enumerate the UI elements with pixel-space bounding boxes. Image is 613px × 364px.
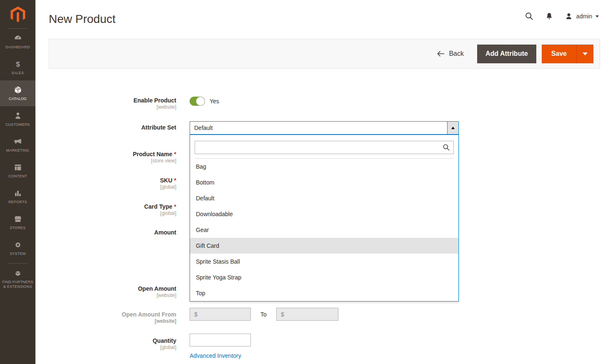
main-content: New Product admin Back — [35, 0, 613, 364]
dropdown-search-input[interactable] — [195, 141, 454, 154]
sidebar-item-stores[interactable]: STORES — [0, 209, 35, 235]
advanced-inventory-link[interactable]: Advanced Inventory — [190, 352, 241, 359]
sidebar-item-label: STORES — [10, 226, 25, 230]
sidebar-item-content[interactable]: CONTENT — [0, 158, 35, 184]
dropdown-option-gear[interactable]: Gear — [190, 222, 458, 238]
open-amount-from-label: Open Amount From [website] — [35, 311, 176, 324]
sidebar: DASHBOARD $ SALES CATALOG CUSTOMERS MARK… — [0, 0, 35, 364]
customers-icon — [13, 111, 23, 120]
sidebar-item-dashboard[interactable]: DASHBOARD — [0, 29, 35, 55]
sidebar-item-label: SYSTEM — [10, 252, 25, 256]
enable-product-toggle[interactable] — [190, 97, 205, 106]
required-asterisk: * — [174, 151, 176, 157]
open-amount-label: Open Amount [website] — [35, 285, 176, 299]
sidebar-item-label: CATALOG — [9, 97, 27, 101]
topbar-actions: admin — [525, 12, 599, 21]
dropdown-option-sprite-stasis-ball[interactable]: Sprite Stasis Ball — [190, 254, 458, 269]
page-actions-toolbar: Back Add Attribute Save — [49, 39, 600, 69]
enable-product-value: Yes — [210, 98, 219, 105]
sidebar-item-find-partners[interactable]: FIND PARTNERS & EXTENSIONS — [0, 266, 35, 292]
search-icon — [442, 143, 450, 153]
dropdown-option-sprite-yoga-strap[interactable]: Sprite Yoga Strap — [190, 269, 458, 285]
dropdown-option-bottom[interactable]: Bottom — [190, 175, 458, 190]
back-label: Back — [449, 50, 464, 57]
sidebar-divider — [8, 263, 28, 264]
content-icon — [13, 163, 23, 172]
sidebar-item-label: FIND PARTNERS & EXTENSIONS — [1, 280, 35, 289]
save-button[interactable]: Save — [542, 45, 576, 63]
attribute-set-select[interactable]: Default — [190, 121, 459, 135]
sidebar-item-label: CONTENT — [8, 174, 27, 179]
product-name-label: Product Name* [store view] — [35, 151, 176, 164]
marketing-icon — [13, 137, 23, 146]
reports-icon — [13, 189, 23, 198]
chevron-down-icon — [595, 15, 599, 17]
back-button[interactable]: Back — [437, 50, 464, 57]
system-icon — [13, 240, 23, 249]
sales-icon: $ — [13, 60, 23, 69]
open-amount-from-input — [190, 308, 251, 321]
attribute-set-value: Default — [190, 122, 458, 134]
chevron-up-icon — [451, 127, 455, 129]
enable-product-label: Enable Product [website] — [35, 97, 176, 110]
admin-username: admin — [576, 13, 592, 20]
dropdown-option-default[interactable]: Default — [190, 190, 458, 206]
sidebar-item-system[interactable]: SYSTEM — [0, 235, 35, 261]
required-asterisk: * — [174, 203, 176, 210]
toggle-knob — [196, 97, 205, 106]
sidebar-item-catalog[interactable]: CATALOG — [0, 80, 35, 106]
sidebar-item-label: REPORTS — [8, 200, 27, 204]
catalog-icon — [13, 85, 23, 95]
attribute-set-label: Attribute Set — [35, 124, 176, 131]
dropdown-option-downloadable[interactable]: Downloadable — [190, 206, 458, 222]
find-partners-icon — [13, 269, 23, 278]
sidebar-item-label: SALES — [11, 71, 24, 75]
dropdown-options-list: Bag Bottom Default Downloadable Gear Gif… — [190, 159, 458, 301]
chevron-down-icon — [583, 52, 588, 55]
quantity-input[interactable] — [190, 334, 251, 347]
stores-icon — [13, 214, 23, 224]
avatar-icon — [565, 12, 573, 20]
amount-label: Amount — [35, 229, 176, 236]
magento-logo-icon — [8, 4, 28, 25]
magento-logo[interactable] — [0, 0, 35, 26]
admin-account-menu[interactable]: admin — [565, 12, 599, 20]
sidebar-item-sales[interactable]: $ SALES — [0, 55, 35, 80]
dropdown-option-top[interactable]: Top — [190, 285, 458, 301]
card-type-label: Card Type* [global] — [35, 203, 176, 217]
sidebar-item-label: CUSTOMERS — [5, 122, 30, 127]
new-product-form: Enable Product [website] Yes Attribute S… — [35, 69, 613, 364]
sidebar-item-marketing[interactable]: MARKETING — [0, 132, 35, 158]
sku-label: SKU* [global] — [35, 177, 176, 190]
search-icon[interactable] — [525, 12, 534, 21]
save-options-toggle[interactable] — [576, 45, 593, 63]
sidebar-item-reports[interactable]: REPORTS — [0, 184, 35, 209]
to-label: To — [260, 311, 267, 318]
attribute-set-dropdown-panel: Bag Bottom Default Downloadable Gear Gif… — [190, 135, 459, 302]
quantity-label: Quantity [global] — [35, 337, 176, 351]
dropdown-search — [195, 141, 454, 154]
dashboard-icon — [13, 34, 23, 43]
open-amount-to-input — [276, 308, 338, 321]
svg-text:$: $ — [16, 60, 20, 68]
sidebar-item-label: DASHBOARD — [5, 45, 30, 50]
sidebar-item-label: MARKETING — [6, 148, 29, 153]
attribute-set-collapse-button[interactable] — [447, 122, 458, 134]
dropdown-option-bag[interactable]: Bag — [190, 159, 458, 175]
notifications-bell-icon[interactable] — [545, 12, 553, 21]
page-title: New Product — [49, 12, 115, 26]
back-arrow-icon — [437, 50, 445, 57]
required-asterisk: * — [174, 177, 176, 184]
sidebar-item-customers[interactable]: CUSTOMERS — [0, 106, 35, 132]
add-attribute-button[interactable]: Add Attribute — [477, 45, 536, 63]
save-split-button: Save — [542, 45, 593, 63]
dropdown-option-gift-card[interactable]: Gift Card — [190, 238, 458, 254]
